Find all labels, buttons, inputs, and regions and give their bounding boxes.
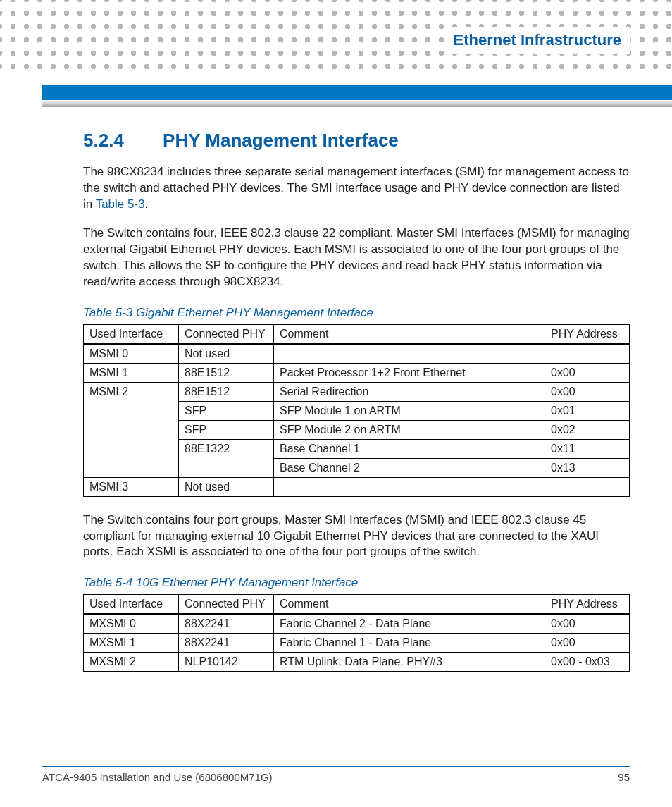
table-cell: Not used bbox=[179, 477, 274, 496]
table-cell: SFP bbox=[179, 401, 274, 420]
chapter-title: Ethernet Infrastructure bbox=[445, 27, 630, 54]
table-caption: Table 5-3 Gigabit Ethernet PHY Managemen… bbox=[83, 306, 630, 320]
table-cell: SFP bbox=[179, 420, 274, 439]
section-title: PHY Management Interface bbox=[163, 130, 399, 151]
table-cell bbox=[545, 477, 630, 496]
table-cell: MSMI 1 bbox=[84, 363, 179, 382]
table-5-4: Used Interface Connected PHY Comment PHY… bbox=[83, 594, 630, 672]
table-cell: Packet Processor 1+2 Front Ethernet bbox=[274, 363, 545, 382]
table-cell: 0x00 bbox=[545, 363, 630, 382]
table-cell: MSMI 3 bbox=[84, 477, 179, 496]
table-header-cell: Comment bbox=[274, 324, 545, 344]
table-header-cell: Used Interface bbox=[84, 595, 179, 615]
table-cell bbox=[545, 344, 630, 364]
table-cell: 88E1512 bbox=[179, 363, 274, 382]
table-header-cell: Comment bbox=[274, 595, 545, 615]
table-row: MSMI 2 88E1512 Serial Redirection 0x00 bbox=[84, 382, 630, 401]
table-header-cell: Connected PHY bbox=[179, 324, 274, 344]
table-header-cell: PHY Address bbox=[545, 595, 630, 615]
table-cell: 0x01 bbox=[545, 401, 630, 420]
table-cell: 0x00 bbox=[545, 634, 630, 653]
table-cell: Not used bbox=[179, 344, 274, 364]
table-cell: Serial Redirection bbox=[274, 382, 545, 401]
table-cell: MSMI 2 bbox=[84, 382, 179, 477]
section-heading: 5.2.4 PHY Management Interface bbox=[83, 130, 630, 152]
table-row: MXSMI 0 88X2241 Fabric Channel 2 - Data … bbox=[84, 614, 630, 634]
header-gray-bar bbox=[42, 100, 672, 107]
table-cell: MXSMI 2 bbox=[84, 653, 179, 672]
table-cell: MSMI 0 bbox=[84, 344, 179, 364]
table-cell: 88X2241 bbox=[179, 634, 274, 653]
paragraph-text: . bbox=[145, 197, 149, 211]
header-blue-bar bbox=[42, 85, 672, 100]
table-row: MSMI 3 Not used bbox=[84, 477, 630, 496]
table-cell: 0x13 bbox=[545, 458, 630, 477]
table-cross-ref-link[interactable]: Table 5-3 bbox=[96, 197, 145, 211]
table-cell: NLP10142 bbox=[179, 653, 274, 672]
table-cell: 0x00 bbox=[545, 382, 630, 401]
table-cell: SFP Module 1 on ARTM bbox=[274, 401, 545, 420]
table-cell: Fabric Channel 1 - Data Plane bbox=[274, 634, 545, 653]
table-cell: 0x00 bbox=[545, 614, 630, 634]
table-cell: 88E1512 bbox=[179, 382, 274, 401]
table-row: MSMI 0 Not used bbox=[84, 344, 630, 364]
table-cell bbox=[274, 344, 545, 364]
table-cell: Base Channel 1 bbox=[274, 439, 545, 458]
table-header-cell: PHY Address bbox=[545, 324, 630, 344]
table-cell: MXSMI 0 bbox=[84, 614, 179, 634]
footer-doc-title: ATCA-9405 Installation and Use (6806800M… bbox=[42, 771, 273, 783]
table-caption: Table 5-4 10G Ethernet PHY Management In… bbox=[83, 576, 630, 590]
table-row: MXSMI 1 88X2241 Fabric Channel 1 - Data … bbox=[84, 634, 630, 653]
paragraph: The Switch contains four port groups, Ma… bbox=[83, 512, 630, 561]
table-row: MXSMI 2 NLP10142 RTM Uplink, Data Plane,… bbox=[84, 653, 630, 672]
table-header-cell: Used Interface bbox=[84, 324, 179, 344]
table-cell: 88E1322 bbox=[179, 439, 274, 477]
table-5-3: Used Interface Connected PHY Comment PHY… bbox=[83, 324, 630, 497]
table-cell: Fabric Channel 2 - Data Plane bbox=[274, 614, 545, 634]
table-cell: 0x02 bbox=[545, 420, 630, 439]
table-cell: 0x11 bbox=[545, 439, 630, 458]
table-cell: SFP Module 2 on ARTM bbox=[274, 420, 545, 439]
paragraph: The 98CX8234 includes three separate ser… bbox=[83, 164, 630, 213]
table-cell: 88X2241 bbox=[179, 614, 274, 634]
table-header-cell: Connected PHY bbox=[179, 595, 274, 615]
table-cell: Base Channel 2 bbox=[274, 458, 545, 477]
footer-page-number: 95 bbox=[618, 771, 630, 783]
table-cell: 0x00 - 0x03 bbox=[545, 653, 630, 672]
paragraph: The Switch contains four, IEEE 802.3 cla… bbox=[83, 226, 630, 290]
table-cell: RTM Uplink, Data Plane, PHY#3 bbox=[274, 653, 545, 672]
table-cell bbox=[274, 477, 545, 496]
table-row: MSMI 1 88E1512 Packet Processor 1+2 Fron… bbox=[84, 363, 630, 382]
table-cell: MXSMI 1 bbox=[84, 634, 179, 653]
paragraph-text: The 98CX8234 includes three separate ser… bbox=[83, 165, 629, 211]
page-footer: ATCA-9405 Installation and Use (6806800M… bbox=[42, 766, 630, 783]
section-number: 5.2.4 bbox=[83, 130, 158, 152]
